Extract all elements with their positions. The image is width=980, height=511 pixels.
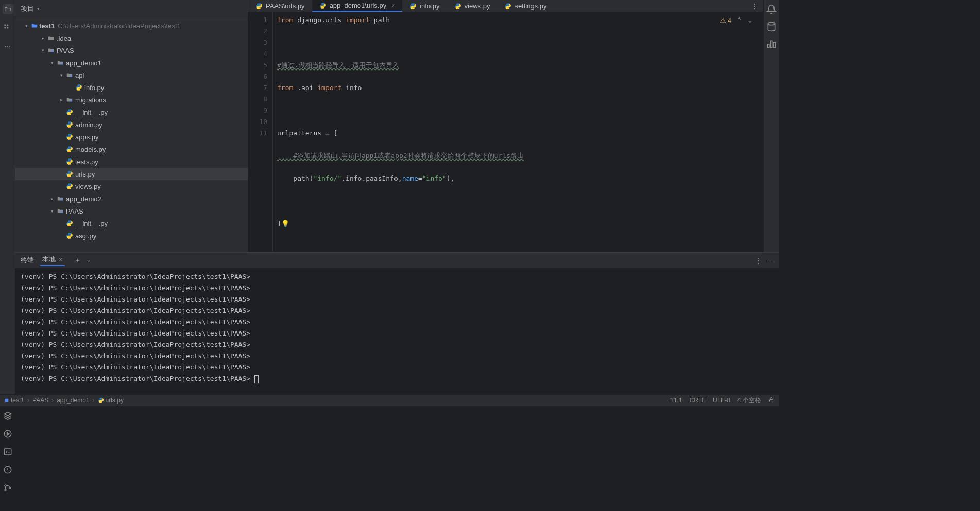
folder-icon bbox=[46, 47, 56, 54]
nav-up-icon[interactable]: ⌃ bbox=[736, 16, 742, 24]
line-separator[interactable]: CRLF bbox=[690, 397, 706, 404]
warning-badge[interactable]: ⚠4 bbox=[720, 16, 731, 24]
tree-file[interactable]: admin.py bbox=[15, 118, 248, 131]
tree-file[interactable]: views.py bbox=[15, 180, 248, 192]
close-icon[interactable]: × bbox=[59, 256, 63, 263]
editor-tab[interactable]: info.py bbox=[402, 0, 446, 12]
tree-label: urls.py bbox=[74, 170, 95, 178]
tab-label: PAAS\urls.py bbox=[266, 2, 305, 10]
tab-label: app_demo1\urls.py bbox=[330, 2, 387, 9]
svg-point-1 bbox=[4, 27, 6, 29]
terminal-menu-icon[interactable]: ⋮ bbox=[755, 257, 762, 265]
more-tool-icon[interactable]: ⋯ bbox=[3, 41, 13, 51]
notifications-icon[interactable] bbox=[766, 4, 777, 14]
terminal-line: (venv) PS C:\Users\Administrator\IdeaPro… bbox=[21, 271, 773, 283]
python-icon bbox=[65, 121, 74, 128]
folder-icon bbox=[56, 59, 65, 66]
terminal-line: (venv) PS C:\Users\Administrator\IdeaPro… bbox=[21, 316, 773, 328]
terminal-panel: 终端 本地 × ＋ ⌄ ⋮ — (venv) PS C:\Users\Admin… bbox=[15, 252, 779, 389]
svg-point-7 bbox=[70, 100, 72, 102]
tree-folder[interactable]: ▸app_demo2 bbox=[15, 192, 248, 205]
chevron-down-icon: ▾ bbox=[37, 6, 40, 11]
intention-bulb-icon[interactable]: 💡 bbox=[281, 218, 289, 230]
python-icon bbox=[65, 133, 74, 140]
editor-body[interactable]: 1234567891011 from django.urls import pa… bbox=[248, 12, 763, 252]
terminal-line: (venv) PS C:\Users\Administrator\IdeaPro… bbox=[21, 283, 773, 294]
tree-project-root[interactable]: ▾ test1 C:\Users\Administrator\IdeaProje… bbox=[15, 20, 248, 32]
terminal-line: (venv) PS C:\Users\Administrator\IdeaPro… bbox=[21, 328, 773, 339]
chevron-icon: ▸ bbox=[48, 196, 56, 201]
indent-setting[interactable]: 4 个空格 bbox=[737, 396, 761, 405]
add-terminal-icon[interactable]: ＋ bbox=[74, 256, 81, 265]
cursor-position[interactable]: 11:1 bbox=[670, 397, 682, 404]
terminal-line: (venv) PS C:\Users\Administrator\IdeaPro… bbox=[21, 362, 773, 373]
editor-tab[interactable]: views.py bbox=[447, 0, 497, 12]
tree-file[interactable]: asgi.py bbox=[15, 230, 248, 242]
profiler-icon[interactable] bbox=[766, 39, 777, 49]
python-icon bbox=[504, 3, 511, 10]
project-folder-icon bbox=[30, 22, 39, 29]
structure-tool-icon[interactable] bbox=[3, 23, 13, 33]
database-icon[interactable] bbox=[766, 22, 777, 32]
project-panel-header[interactable]: 项目 ▾ bbox=[15, 0, 248, 17]
project-path: C:\Users\Administrator\IdeaProjects\test… bbox=[55, 22, 180, 30]
tree-label: models.py bbox=[74, 146, 106, 153]
tree-file[interactable]: urls.py bbox=[15, 168, 248, 180]
tree-file[interactable]: tests.py bbox=[15, 155, 248, 168]
svg-point-5 bbox=[61, 63, 63, 65]
tree-label: PAAS bbox=[65, 207, 83, 215]
readonly-lock-icon[interactable] bbox=[768, 397, 775, 404]
tree-folder[interactable]: ▸.idea bbox=[15, 32, 248, 44]
left-icon-rail: ⋯ bbox=[0, 0, 15, 394]
right-icon-rail bbox=[763, 0, 779, 252]
terminal-tab[interactable]: 本地 × bbox=[40, 255, 65, 266]
svg-point-2 bbox=[7, 24, 8, 26]
editor-tab[interactable]: settings.py bbox=[497, 0, 554, 12]
python-icon bbox=[65, 158, 74, 165]
tree-label: views.py bbox=[74, 183, 101, 190]
tab-label: settings.py bbox=[514, 2, 546, 10]
tree-folder[interactable]: ▾PAAS bbox=[15, 205, 248, 217]
svg-point-6 bbox=[70, 75, 72, 77]
terminal-body[interactable]: (venv) PS C:\Users\Administrator\IdeaPro… bbox=[15, 268, 779, 389]
svg-point-9 bbox=[61, 211, 63, 213]
tree-file[interactable]: __init__.py bbox=[15, 217, 248, 230]
editor-tab[interactable]: app_demo1\urls.py× bbox=[312, 0, 403, 12]
python-icon bbox=[255, 3, 263, 10]
tree-folder[interactable]: ▾PAAS bbox=[15, 44, 248, 57]
terminal-line: (venv) PS C:\Users\Administrator\IdeaPro… bbox=[21, 350, 773, 362]
terminal-dropdown-icon[interactable]: ⌄ bbox=[86, 256, 92, 265]
svg-point-8 bbox=[61, 199, 63, 201]
tab-menu-icon[interactable]: ⋮ bbox=[751, 2, 758, 10]
terminal-line: (venv) PS C:\Users\Administrator\IdeaPro… bbox=[21, 373, 773, 384]
tree-file[interactable]: __init__.py bbox=[15, 106, 248, 118]
terminal-line: (venv) PS C:\Users\Administrator\IdeaPro… bbox=[21, 305, 773, 316]
folder-icon bbox=[65, 96, 74, 103]
code-area[interactable]: from django.urls import path #通过.做相当路径导入… bbox=[273, 12, 763, 252]
tree-folder[interactable]: ▾api bbox=[15, 69, 248, 81]
python-icon bbox=[409, 3, 417, 10]
editor-tab[interactable]: PAAS\urls.py bbox=[248, 0, 312, 12]
minimize-icon[interactable]: — bbox=[767, 257, 773, 265]
tree-folder[interactable]: ▾app_demo1 bbox=[15, 57, 248, 69]
python-icon bbox=[98, 397, 104, 403]
tree-label: apps.py bbox=[74, 133, 99, 141]
tree-folder[interactable]: ▸migrations bbox=[15, 94, 248, 106]
close-icon[interactable]: × bbox=[391, 2, 395, 9]
chevron-icon: ▾ bbox=[39, 48, 46, 53]
python-icon bbox=[65, 183, 74, 190]
chevron-down-icon: ▾ bbox=[23, 23, 30, 28]
tab-label: info.py bbox=[420, 2, 439, 10]
file-encoding[interactable]: UTF-8 bbox=[713, 397, 730, 404]
tree-file[interactable]: models.py bbox=[15, 143, 248, 155]
chevron-icon: ▾ bbox=[58, 73, 65, 78]
tree-file[interactable]: info.py bbox=[15, 81, 248, 94]
terminal-header: 终端 本地 × ＋ ⌄ ⋮ — bbox=[15, 253, 779, 268]
editor-tabs: PAAS\urls.pyapp_demo1\urls.py×info.pyvie… bbox=[248, 0, 763, 12]
tree-file[interactable]: apps.py bbox=[15, 131, 248, 143]
breadcrumb[interactable]: test1 › PAAS › app_demo1 › urls.py bbox=[4, 397, 124, 404]
project-tool-icon[interactable] bbox=[3, 4, 13, 14]
project-name: test1 bbox=[39, 22, 55, 30]
chevron-icon: ▾ bbox=[48, 208, 56, 214]
nav-down-icon[interactable]: ⌄ bbox=[747, 16, 753, 24]
